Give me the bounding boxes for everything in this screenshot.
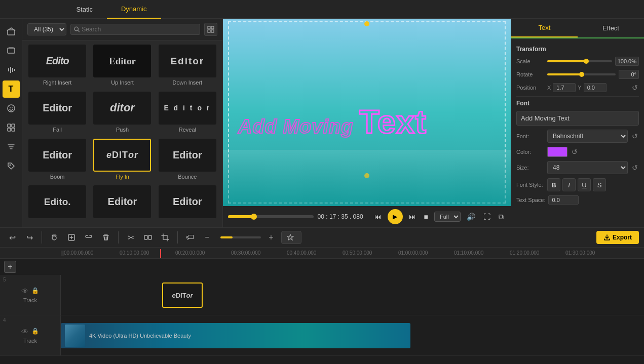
strikethrough-btn[interactable]: S [593,178,606,191]
effect-fall[interactable]: Editor Fall [26,92,88,136]
tab-static[interactable]: Static [62,0,107,19]
progress-bar[interactable] [228,215,314,218]
sidebar-icon-layers[interactable] [3,42,20,59]
track-5-icons: 👁 🔒 [21,287,39,295]
search-icon [74,26,80,32]
font-text-input[interactable] [516,111,639,126]
sidebar-icon-effects[interactable] [3,119,20,136]
sidebar-icon-tag[interactable] [3,157,20,175]
zoom-in-btn[interactable]: + [264,230,278,245]
position-x-input[interactable] [553,83,576,92]
crop-btn[interactable] [158,230,172,245]
underline-btn[interactable]: U [578,178,591,191]
scale-slider[interactable] [547,60,612,62]
sidebar-icon-audio[interactable] [3,61,20,78]
track-4-eye-icon[interactable]: 👁 [21,328,28,336]
ruler-marks: 00:00:00.000 00:10:00.000 00:20:00.000 0… [64,250,644,256]
position-y-input[interactable] [584,83,607,92]
italic-btn[interactable]: I [562,178,576,191]
sidebar-icon-home[interactable] [3,23,20,40]
scale-thumb[interactable] [584,59,589,64]
track-5-row: 5 👁 🔒 Track eDITor [0,275,644,315]
text-clip[interactable]: eDITor [162,282,203,308]
delete-btn[interactable] [99,230,113,245]
track-5-lock-icon[interactable]: 🔒 [31,287,39,295]
export-label: Export [613,234,632,241]
redo-btn[interactable]: ↪ [22,230,36,245]
rotate-thumb[interactable] [579,72,584,77]
font-reset-btn[interactable]: ↺ [631,132,639,140]
undo-btn[interactable]: ↩ [5,230,19,245]
pip-btn[interactable]: ⧉ [497,212,506,222]
font-dropdown[interactable]: Bahnschrift [547,130,628,143]
next-frame-btn[interactable]: ⏭ [407,212,418,222]
effect-down-insert[interactable]: Editor Down Insert [157,45,218,89]
xy-inputs: X Y [547,83,628,92]
effect-push[interactable]: ditor Push [91,92,153,136]
tab-text[interactable]: Text [511,19,578,37]
snapshot-btn[interactable] [47,230,61,245]
y-label: Y [578,85,581,91]
color-reset-btn[interactable]: ↺ [571,148,579,156]
add-track-btn[interactable]: + [4,261,16,273]
prev-frame-btn[interactable]: ⏮ [372,212,384,222]
tab-effect[interactable]: Effect [578,19,644,37]
size-reset-btn[interactable]: ↺ [631,164,639,172]
rotate-fill [547,73,582,75]
volume-btn[interactable]: 🔊 [465,212,477,222]
text-space-input[interactable] [548,195,579,205]
position-reset-btn[interactable]: ↺ [631,84,639,92]
rotate-slider[interactable] [547,73,616,75]
bold-btn[interactable]: B [547,178,560,191]
progress-thumb[interactable] [251,214,257,220]
add-media-btn[interactable] [64,230,79,245]
grid-toggle-btn[interactable] [204,23,217,36]
effect-label-right-insert: Right Insert [43,79,71,86]
split-btn[interactable] [141,230,155,245]
cut-btn[interactable]: ✂ [124,230,138,245]
effect-reveal[interactable]: E d i t o r Reveal [157,92,218,136]
search-input[interactable] [82,26,197,33]
marker-btn[interactable]: 🏷 [183,230,197,245]
sidebar-icon-filter[interactable] [3,138,20,155]
effect-bounce[interactable]: Editor Bounce [157,139,218,183]
ai-generate-btn[interactable] [281,231,301,245]
detach-btn[interactable] [82,230,96,245]
effect-row4c[interactable]: Editor [157,185,218,223]
export-btn[interactable]: Export [596,231,639,244]
effect-row4a[interactable]: Edito. [26,185,88,223]
color-swatch[interactable] [547,147,567,157]
play-btn[interactable]: ▶ [388,209,403,224]
effect-label-fall: Fall [53,127,62,133]
effect-row4b[interactable]: Editor [91,185,153,223]
effect-boom[interactable]: Editor Boom [26,139,88,183]
track-5-eye-icon[interactable]: 👁 [21,287,28,295]
svg-rect-18 [144,235,147,239]
stop-btn[interactable]: ■ [422,212,430,222]
tab-dynamic[interactable]: Dynamic [107,0,161,19]
text-panel: All (35) E [22,19,223,227]
quality-select[interactable]: Full [434,212,461,222]
category-dropdown[interactable]: All (35) [27,23,66,35]
fullscreen-btn[interactable]: ⛶ [481,212,493,222]
ruler-mark-0: 00:00:00.000 [64,250,120,256]
sidebar-icon-sticker[interactable] [3,100,20,117]
effect-fly-in[interactable]: eDITor Fly In [91,139,153,183]
top-bar: Static Dynamic [0,0,644,19]
rotate-row: Rotate 0° [516,70,639,79]
position-row: Position X Y ↺ [516,83,639,92]
zoom-slider[interactable] [220,236,261,238]
wave-decoration [223,150,511,206]
track-4-row: 4 👁 🔒 Track 4K Video (Ultra HD) Unbeliev… [0,315,644,356]
size-dropdown[interactable]: 48 [547,161,628,174]
effect-right-insert[interactable]: Edito Right Insert [26,45,88,89]
zoom-out-btn[interactable]: − [200,230,214,245]
x-label: X [547,85,551,91]
video-clip[interactable]: 4K Video (Ultra HD) Unbelievable Beauty [61,323,410,348]
big-text: Text [359,103,427,140]
handle-top[interactable] [364,21,369,26]
sidebar-icon-text[interactable]: T [3,80,20,98]
effect-up-insert[interactable]: Editor Up Insert [91,45,153,89]
track-4-lock-icon[interactable]: 🔒 [31,328,39,336]
left-sidebar: T [0,19,22,227]
